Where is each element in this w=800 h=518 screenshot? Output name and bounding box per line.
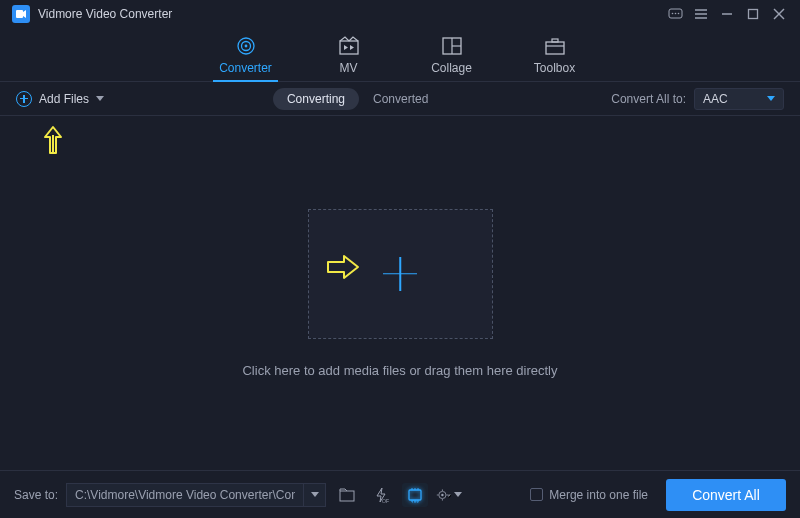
svg-point-3 [674,12,676,14]
svg-text:ON: ON [412,500,419,503]
output-format-value: AAC [703,92,728,106]
add-files-label: Add Files [39,92,89,106]
chevron-down-icon [311,492,319,497]
tab-mv[interactable]: MV [321,35,376,81]
add-files-button[interactable]: Add Files [16,91,104,107]
save-path-dropdown[interactable] [304,483,326,507]
checkbox-icon [530,488,543,501]
tab-toolbox[interactable]: Toolbox [527,35,582,81]
svg-point-2 [671,12,673,14]
minimize-icon[interactable] [714,3,740,25]
svg-rect-21 [552,39,558,42]
conversion-status-tabs: Converting Converted [273,88,442,110]
svg-point-4 [677,12,679,14]
close-icon[interactable] [766,3,792,25]
plus-icon [383,257,417,291]
svg-point-33 [441,493,443,495]
convert-all-to-label: Convert All to: [611,92,686,106]
svg-point-14 [244,45,247,48]
convert-all-button[interactable]: Convert All [666,479,786,511]
svg-text:OFF: OFF [382,498,389,503]
chevron-down-icon [767,96,775,101]
open-folder-button[interactable] [334,483,360,507]
chevron-down-icon [454,492,462,497]
plus-circle-icon [16,91,32,107]
svg-rect-9 [749,10,758,19]
save-path-input[interactable] [66,483,304,507]
chevron-down-icon [96,96,104,101]
gear-dropdown-button[interactable] [436,483,462,507]
gpu-accel-button[interactable]: ON [402,483,428,507]
menu-icon[interactable] [688,3,714,25]
lightning-off-button[interactable]: OFF [368,483,394,507]
footer-bar: Save to: OFF ON Merge into one file Conv… [0,470,800,518]
converter-icon [235,35,257,57]
add-media-dropzone[interactable] [308,209,493,339]
mv-icon [338,35,360,57]
feedback-icon[interactable] [662,3,688,25]
tab-toolbox-label: Toolbox [534,61,575,75]
toolbox-icon [544,35,566,57]
svg-rect-22 [340,491,354,501]
tab-converter-label: Converter [219,61,272,75]
merge-label: Merge into one file [549,488,648,502]
output-format-dropdown[interactable]: AAC [694,88,784,110]
main-area: Click here to add media files or drag th… [0,116,800,470]
merge-checkbox[interactable]: Merge into one file [530,488,648,502]
svg-rect-24 [409,490,421,500]
tab-collage[interactable]: Collage [424,35,479,81]
tab-converting[interactable]: Converting [273,88,359,110]
collage-icon [441,35,463,57]
main-tabs: Converter MV Collage Toolbox [0,28,800,82]
app-logo [12,5,30,23]
svg-rect-19 [546,42,564,54]
tab-converted[interactable]: Converted [359,88,442,110]
svg-rect-15 [340,41,358,54]
convert-all-to: Convert All to: AAC [611,88,784,110]
app-title: Vidmore Video Converter [38,7,172,21]
secondary-bar: Add Files Converting Converted Convert A… [0,82,800,116]
tab-mv-label: MV [340,61,358,75]
maximize-icon[interactable] [740,3,766,25]
svg-rect-0 [16,10,23,18]
save-path-field [66,483,326,507]
titlebar: Vidmore Video Converter [0,0,800,28]
drop-hint-text: Click here to add media files or drag th… [242,363,557,378]
save-to-label: Save to: [14,488,58,502]
tab-converter[interactable]: Converter [218,35,273,81]
tab-collage-label: Collage [431,61,472,75]
